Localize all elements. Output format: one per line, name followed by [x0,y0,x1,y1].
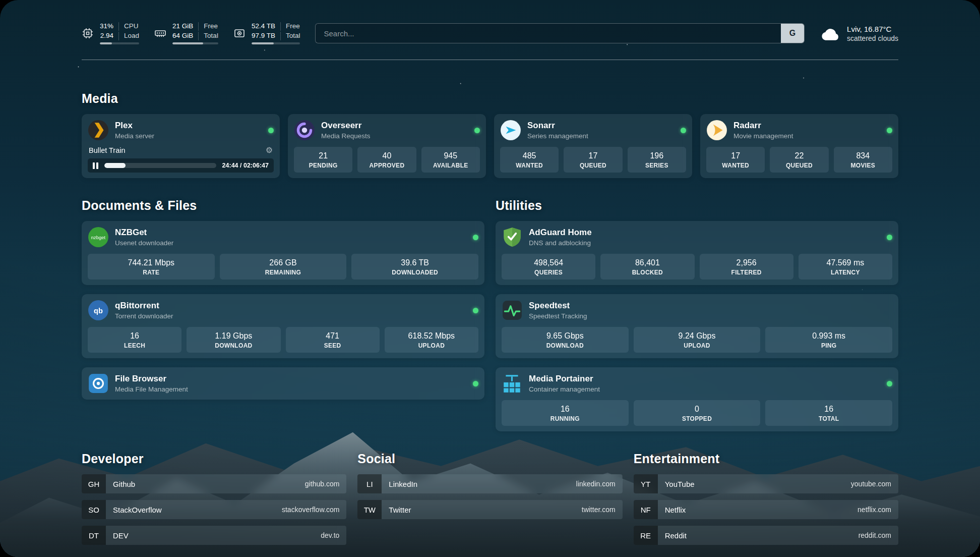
overseerr-icon [294,120,315,141]
stats-row: 498,564 QUERIES 86,401 BLOCKED 2,956 FIL… [502,248,892,280]
dashboard: 31% CPU 2.94 Load [0,0,980,557]
bookmark-reddit[interactable]: RE Reddit reddit.com [634,526,898,545]
disk-free: 52.4 TB [252,22,280,31]
stat-value: 0 [636,404,759,414]
service-meta: Sonarr Series management [527,121,588,139]
stats-row: 485 WANTED 17 QUEUED 196 SERIES [500,141,686,173]
stat-label: DOWNLOAD [504,342,627,349]
bookmark-url: linkedin.com [576,480,623,488]
documents-column: Documents & Files nzbget NZBGet Usenet d… [82,178,484,400]
section-title-social: Social [357,452,622,466]
stat-blocked: 86,401 BLOCKED [600,254,694,280]
service-card-nzbget[interactable]: nzbget NZBGet Usenet downloader 744.21 M… [82,221,484,285]
sonarr-icon [500,120,521,141]
bookmark-name: StackOverflow [106,506,162,514]
service-card-radarr[interactable]: Radarr Movie management 17 WANTED 22 QUE… [700,114,898,178]
service-description: Media File Management [115,385,188,393]
service-card-sonarr[interactable]: Sonarr Series management 485 WANTED 17 Q… [494,114,692,178]
service-name: Overseerr [321,121,371,131]
stat-downloaded: 39.6 TB DOWNLOADED [351,254,478,280]
cpu-load: 2.94 [100,32,118,40]
memory-progress-track [172,42,218,44]
stat-wanted: 485 WANTED [500,147,559,173]
search-provider-button[interactable]: G [781,24,804,43]
stat-value: 39.6 TB [353,258,476,268]
service-card-overseerr[interactable]: Overseerr Media Requests 21 PENDING 40 A… [288,114,486,178]
stat-value: 22 [772,151,826,161]
stat-upload: 9.24 Gbps UPLOAD [634,327,761,353]
portainer-icon [502,373,523,394]
service-description: Series management [527,132,588,140]
stat-value: 2,956 [702,258,791,268]
stat-queries: 498,564 QUERIES [502,254,595,280]
service-card-filebrowser[interactable]: File Browser Media File Management [82,367,484,400]
cpu-label: CPU [118,22,139,31]
service-name: qBittorrent [115,301,173,311]
stat-label: LATENCY [801,269,890,276]
bookmark-youtube[interactable]: YT YouTube youtube.com [634,474,898,493]
weather-condition: scattered clouds [847,34,898,42]
card-header: AdGuard Home DNS and adblocking [502,227,892,248]
page-content: 31% CPU 2.94 Load [82,0,898,545]
utilities-cards: AdGuard Home DNS and adblocking 498,564 … [496,221,898,431]
memory-readout: 21 GiB Free 64 GiB Total [172,22,218,44]
card-header: qb qBittorrent Torrent downloader [88,300,478,321]
bookmark-group-social: Social LI LinkedIn linkedin.com TW Twitt… [357,452,622,545]
stat-value: 945 [423,151,478,161]
service-card-adguard[interactable]: AdGuard Home DNS and adblocking 498,564 … [496,221,898,285]
stat-rate: 744.21 Mbps RATE [88,254,215,280]
card-header: File Browser Media File Management [88,373,478,394]
bookmark-twitter[interactable]: TW Twitter twitter.com [357,500,622,519]
status-online-dot [473,381,478,386]
bookmark-abbr: RE [634,526,658,545]
stat-latency: 47.569 ms LATENCY [799,254,892,280]
stat-label: DOWNLOAD [189,342,278,349]
bookmark-abbr: TW [357,500,382,519]
pause-button[interactable] [93,162,98,169]
bookmark-list: LI LinkedIn linkedin.com TW Twitter twit… [357,474,622,519]
service-card-plex[interactable]: Plex Media server Bullet Train ⚙ [82,114,280,178]
playback-progress-fill [104,163,126,168]
service-card-portainer[interactable]: Media Portainer Container management 16 … [496,367,898,431]
service-name: Media Portainer [529,374,600,384]
card-header: Overseerr Media Requests [294,120,480,141]
bookmark-stackoverflow[interactable]: SO StackOverflow stackoverflow.com [82,500,346,519]
stat-label: RATE [90,269,213,276]
bookmark-github[interactable]: GH Github github.com [82,474,346,493]
stat-leech: 16 LEECH [88,327,181,353]
bookmarks-area: Developer GH Github github.com SO StackO… [82,452,898,545]
disk-readout: 52.4 TB Free 97.9 TB Total [252,22,300,44]
stat-value: 9.24 Gbps [636,331,759,341]
bookmark-netflix[interactable]: NF Netflix netflix.com [634,500,898,519]
stat-queued: 22 QUEUED [770,147,828,173]
bookmark-dev[interactable]: DT DEV dev.to [82,526,346,545]
cpu-widget: 31% CPU 2.94 Load [82,22,139,44]
stat-value: 16 [90,331,179,341]
service-card-speedtest[interactable]: Speedtest Speedtest Tracking 9.65 Gbps D… [496,294,898,358]
stat-value: 618.52 Mbps [387,331,476,341]
stat-download: 9.65 Gbps DOWNLOAD [502,327,629,353]
service-meta: NZBGet Usenet downloader [115,228,173,246]
stat-upload: 618.52 Mbps UPLOAD [385,327,478,353]
bookmark-url: dev.to [321,531,346,539]
service-card-qbittorrent[interactable]: qb qBittorrent Torrent downloader 16 [82,294,484,358]
playback-progress-track[interactable] [104,163,216,168]
service-meta: File Browser Media File Management [115,374,188,393]
bookmark-abbr: LI [357,474,382,493]
cpu-progress-fill [100,42,112,44]
bookmark-group-entertainment: Entertainment YT YouTube youtube.com NF … [634,452,898,545]
bookmark-name: LinkedIn [382,480,417,488]
stats-row: 17 WANTED 22 QUEUED 834 MOVIES [706,141,892,173]
settings-gear-icon[interactable]: ⚙ [266,146,273,154]
status-online-dot [887,128,892,133]
stat-value: 16 [504,404,627,414]
section-title-entertainment: Entertainment [634,452,898,466]
stat-value: 86,401 [602,258,692,268]
search-input[interactable] [316,24,781,43]
status-online-dot [681,128,686,133]
stat-approved: 40 APPROVED [357,147,416,173]
service-name: Speedtest [529,301,587,311]
bookmark-linkedin[interactable]: LI LinkedIn linkedin.com [357,474,622,493]
section-title-documents: Documents & Files [82,198,484,213]
weather-text: Lviv, 16.87°C scattered clouds [847,25,898,42]
